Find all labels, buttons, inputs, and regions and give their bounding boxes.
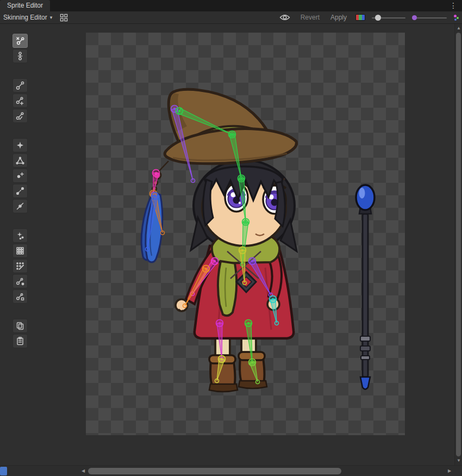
paste-tool-button[interactable] — [13, 334, 28, 348]
scroll-up-arrow[interactable]: ▲ — [455, 24, 462, 32]
vertical-scroll-thumb[interactable] — [456, 33, 461, 456]
weight-brush-tool-button[interactable] — [13, 259, 28, 273]
auto-geometry-tool-button[interactable] — [13, 138, 28, 152]
chevron-down-icon: ▾ — [50, 15, 53, 20]
rgb-channels-icon[interactable] — [355, 14, 365, 21]
corner-accent[interactable] — [0, 467, 7, 475]
horizontal-scrollbar[interactable]: ◀ ▶ — [0, 465, 462, 476]
sprite-sheet-icon[interactable] — [57, 12, 71, 23]
vertical-scrollbar[interactable]: ▲ ▼ — [454, 24, 462, 465]
magic-staff-sprite[interactable] — [356, 185, 374, 390]
bone-opacity-slider[interactable] — [412, 14, 447, 22]
edit-geometry-tool-button[interactable] — [13, 153, 28, 168]
horizontal-scroll-thumb[interactable] — [88, 468, 341, 474]
create-edge-tool-button[interactable] — [13, 184, 28, 198]
sprite-canvas[interactable] — [86, 33, 405, 435]
scroll-down-arrow[interactable]: ▼ — [455, 457, 462, 465]
split-edge-tool-button[interactable] — [13, 199, 28, 213]
edit-joints-tool-button[interactable] — [13, 78, 28, 92]
visibility-eye-icon[interactable] — [278, 12, 292, 23]
split-bone-tool-button[interactable] — [13, 109, 28, 123]
scroll-left-arrow[interactable]: ◀ — [79, 466, 87, 476]
skinning-editor-main: ▲ ▼ — [0, 24, 462, 465]
weight-slider-tool-button[interactable] — [13, 244, 28, 258]
slider-track — [412, 17, 447, 18]
color-sparkle-icon — [453, 14, 460, 21]
scroll-right-arrow[interactable]: ▶ — [446, 466, 453, 476]
apply-button[interactable]: Apply — [328, 14, 349, 21]
sprite-editor-toolbar: Skinning Editor ▾ Revert Apply — [0, 11, 462, 24]
window-tab-bar: Sprite Editor ⋮ — [0, 0, 462, 11]
sprite-scene — [86, 33, 405, 435]
slider-knob[interactable] — [412, 15, 417, 20]
editor-mode-label: Skinning Editor — [3, 14, 47, 21]
reset-pose-tool-button[interactable] — [13, 49, 28, 63]
brightness-slider[interactable] — [372, 14, 405, 22]
preview-pose-tool-button[interactable] — [13, 34, 28, 48]
witch-character-sprite[interactable] — [141, 89, 297, 392]
copy-tool-button[interactable] — [13, 319, 28, 333]
slider-knob[interactable] — [375, 15, 381, 21]
create-vertex-tool-button[interactable] — [13, 169, 28, 183]
auto-weights-tool-button[interactable] — [13, 228, 28, 243]
create-bone-tool-button[interactable] — [13, 94, 28, 108]
bone-influence-tool-button[interactable] — [13, 274, 28, 288]
window-menu-icon[interactable]: ⋮ — [447, 0, 459, 11]
tab-sprite-editor[interactable]: Sprite Editor — [0, 0, 50, 11]
editor-mode-dropdown[interactable]: Skinning Editor ▾ — [0, 11, 57, 23]
revert-button[interactable]: Revert — [298, 14, 322, 21]
sprite-influence-tool-button[interactable] — [13, 289, 28, 304]
skinning-tools-column — [13, 34, 28, 349]
